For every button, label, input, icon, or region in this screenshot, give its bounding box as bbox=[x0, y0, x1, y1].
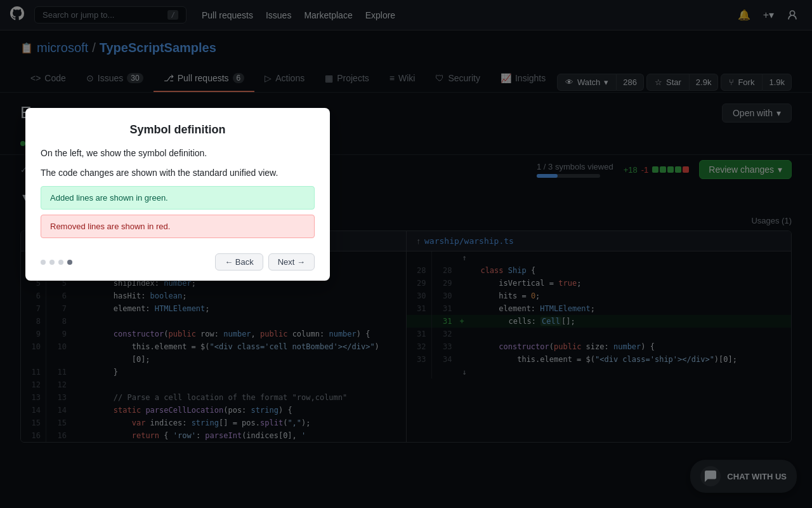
modal-title: Symbol definition bbox=[41, 123, 315, 137]
dot-3 bbox=[58, 260, 63, 265]
dot-2 bbox=[49, 260, 55, 265]
modal-nav: ← Back Next → bbox=[215, 253, 315, 271]
modal-body: Symbol definition On the left, we show t… bbox=[25, 108, 330, 238]
modal-dots bbox=[41, 260, 72, 265]
symbol-definition-modal: Symbol definition On the left, we show t… bbox=[25, 108, 330, 281]
added-example: Added lines are shown in green. bbox=[41, 186, 315, 210]
dot-1 bbox=[41, 260, 46, 265]
modal-footer: ← Back Next → bbox=[25, 243, 330, 281]
next-button[interactable]: Next → bbox=[268, 253, 315, 271]
modal-overlay[interactable]: Symbol definition On the left, we show t… bbox=[0, 0, 812, 474]
dot-4 bbox=[67, 260, 72, 265]
modal-text-1: On the left, we show the symbol definiti… bbox=[41, 147, 315, 160]
back-button[interactable]: ← Back bbox=[215, 253, 263, 271]
modal-text-2: The code changes are shown with the stan… bbox=[41, 166, 315, 180]
removed-example: Removed lines are shown in red. bbox=[41, 215, 315, 238]
